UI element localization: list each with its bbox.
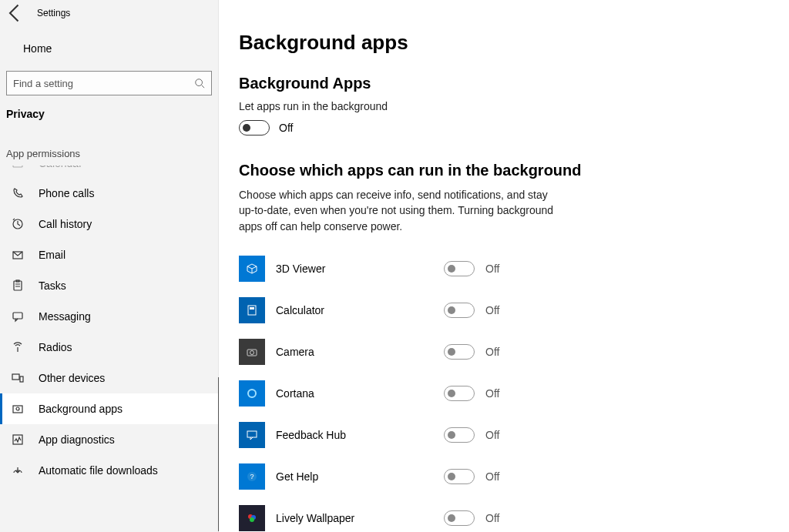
app-toggle-state: Off xyxy=(485,346,499,358)
sidebar-item-phone[interactable]: Phone calls xyxy=(0,178,218,209)
svg-rect-4 xyxy=(14,281,22,290)
master-toggle-desc: Let apps run in the background xyxy=(239,100,789,112)
app-toggle[interactable] xyxy=(444,469,475,484)
scroll-indicator xyxy=(218,377,219,531)
callhist-icon xyxy=(11,217,25,231)
nav-list: CalendarPhone callsCall historyEmailTask… xyxy=(0,166,218,532)
sidebar-item-calendar[interactable]: Calendar xyxy=(0,166,218,178)
svg-rect-8 xyxy=(20,376,23,382)
category-title: Privacy xyxy=(0,95,218,129)
bgapps-icon xyxy=(11,402,25,416)
app-icon xyxy=(239,380,265,407)
app-name: 3D Viewer xyxy=(276,263,444,275)
app-row: 3D ViewerOff xyxy=(239,248,789,289)
radios-icon xyxy=(11,340,25,354)
app-row: CortanaOff xyxy=(239,373,789,414)
sidebar-item-radios[interactable]: Radios xyxy=(0,332,218,363)
sidebar-item-callhist[interactable]: Call history xyxy=(0,209,218,239)
app-toggle[interactable] xyxy=(444,427,475,443)
section-title: App permissions xyxy=(0,129,218,166)
tasks-icon xyxy=(11,279,25,293)
otherdev-icon xyxy=(11,371,25,385)
sidebar-item-bgapps[interactable]: Background apps xyxy=(0,393,218,424)
app-toggle-state: Off xyxy=(485,263,499,275)
sidebar-item-messaging[interactable]: Messaging xyxy=(0,301,218,332)
svg-point-0 xyxy=(196,79,203,86)
search-placeholder: Find a setting xyxy=(13,78,73,89)
sidebar-item-email[interactable]: Email xyxy=(0,239,218,270)
svg-rect-6 xyxy=(13,313,22,319)
app-icon xyxy=(239,297,265,323)
app-name: Cortana xyxy=(276,387,444,400)
sidebar-item-tasks[interactable]: Tasks xyxy=(0,270,218,301)
main-content: Background apps Background Apps Let apps… xyxy=(219,0,789,532)
back-arrow-icon xyxy=(5,2,26,24)
appdiag-icon xyxy=(11,433,25,447)
home-nav[interactable]: Home xyxy=(0,34,218,63)
app-row: CalculatorOff xyxy=(239,289,789,331)
phone-icon xyxy=(11,186,25,200)
sidebar-item-label: Background apps xyxy=(39,403,123,415)
app-name: Calculator xyxy=(276,304,444,316)
sidebar-item-label: Tasks xyxy=(39,279,66,292)
section-heading-b: Choose which apps can run in the backgro… xyxy=(239,162,789,179)
search-input[interactable]: Find a setting xyxy=(6,71,212,95)
svg-rect-1 xyxy=(13,166,22,167)
svg-rect-7 xyxy=(12,374,19,380)
sidebar-item-label: Radios xyxy=(39,341,72,353)
app-icon xyxy=(239,339,265,365)
autofile-icon xyxy=(11,463,25,477)
home-label: Home xyxy=(23,42,52,55)
calendar-icon xyxy=(11,166,25,169)
app-row: Lively WallpaperOff xyxy=(239,497,789,532)
section-desc: Choose which apps can receive info, send… xyxy=(239,187,562,234)
sidebar-item-appdiag[interactable]: App diagnostics xyxy=(0,424,218,455)
app-icon: ? xyxy=(239,463,265,490)
master-toggle[interactable] xyxy=(239,120,270,136)
search-icon xyxy=(194,78,205,89)
svg-point-10 xyxy=(16,407,19,410)
sidebar: Settings Home Find a setting Privacy App… xyxy=(0,0,219,532)
app-name: Feedback Hub xyxy=(276,429,444,441)
window-title: Settings xyxy=(37,8,70,18)
sidebar-item-label: Messaging xyxy=(39,310,91,323)
app-toggle[interactable] xyxy=(444,303,475,318)
sidebar-item-label: Automatic file downloads xyxy=(39,464,158,477)
email-icon xyxy=(11,248,25,262)
svg-rect-9 xyxy=(13,406,22,413)
messaging-icon xyxy=(11,309,25,323)
app-name: Camera xyxy=(276,346,444,358)
master-toggle-state: Off xyxy=(279,122,293,134)
app-toggle-state: Off xyxy=(485,387,499,400)
sidebar-item-label: Phone calls xyxy=(39,187,94,199)
app-icon xyxy=(239,422,265,448)
app-toggle[interactable] xyxy=(444,261,475,276)
app-toggle[interactable] xyxy=(444,510,475,526)
sidebar-item-label: Call history xyxy=(39,218,92,230)
app-row: ?Get HelpOff xyxy=(239,456,789,497)
svg-point-22 xyxy=(250,517,254,522)
app-toggle[interactable] xyxy=(444,344,475,360)
sidebar-item-label: Other devices xyxy=(39,372,105,384)
svg-rect-13 xyxy=(250,307,254,309)
app-icon xyxy=(239,505,265,531)
page-title: Background apps xyxy=(239,31,789,55)
app-name: Get Help xyxy=(276,470,444,483)
app-toggle-state: Off xyxy=(485,512,499,524)
sidebar-item-label: Email xyxy=(39,249,65,261)
app-icon xyxy=(239,256,265,282)
app-row: CameraOff xyxy=(239,331,789,373)
app-row: Feedback HubOff xyxy=(239,414,789,456)
app-toggle-state: Off xyxy=(485,429,499,441)
sidebar-item-label: App diagnostics xyxy=(39,433,115,446)
sidebar-item-autofile[interactable]: Automatic file downloads xyxy=(0,455,218,486)
app-toggle[interactable] xyxy=(444,386,475,401)
app-list: 3D ViewerOffCalculatorOffCameraOffCortan… xyxy=(239,248,789,532)
section-heading-a: Background Apps xyxy=(239,75,789,92)
svg-rect-12 xyxy=(248,306,256,315)
app-toggle-state: Off xyxy=(485,470,499,483)
svg-point-15 xyxy=(250,350,254,354)
sidebar-item-otherdev[interactable]: Other devices xyxy=(0,363,218,393)
back-button[interactable] xyxy=(5,2,26,24)
svg-text:?: ? xyxy=(250,473,253,480)
